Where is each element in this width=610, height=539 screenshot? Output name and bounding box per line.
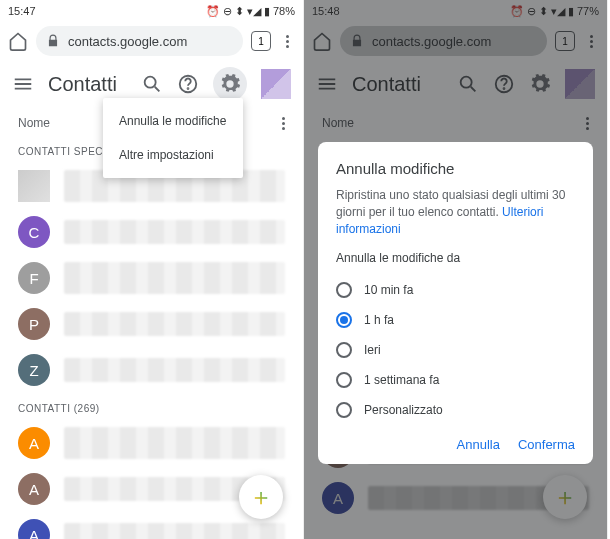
radio-icon xyxy=(336,282,352,298)
avatar-letter: A xyxy=(18,427,50,459)
fab-add-contact[interactable]: ＋ xyxy=(239,475,283,519)
home-icon[interactable] xyxy=(8,31,28,51)
radio-icon xyxy=(336,372,352,388)
contact-row[interactable]: C xyxy=(0,209,303,255)
dialog-subhead: Annulla le modifiche da xyxy=(336,251,575,265)
settings-button[interactable] xyxy=(213,67,247,101)
browser-toolbar: contacts.google.com 1 xyxy=(0,22,303,60)
screenshot-left: 15:47 ⏰⊖⬍▾◢▮ 78% contacts.google.com 1 C… xyxy=(0,0,304,539)
avatar-letter: F xyxy=(18,262,50,294)
avatar-letter: Z xyxy=(18,354,50,386)
avatar-letter: C xyxy=(18,216,50,248)
column-menu-icon[interactable] xyxy=(282,117,285,130)
avatar-photo xyxy=(18,170,50,202)
browser-menu-icon[interactable] xyxy=(279,35,295,48)
search-icon[interactable] xyxy=(141,73,163,95)
dialog-title: Annulla modifiche xyxy=(336,160,575,177)
hamburger-icon[interactable] xyxy=(12,73,34,95)
confirm-button[interactable]: Conferma xyxy=(518,437,575,452)
radio-yesterday[interactable]: Ieri xyxy=(336,335,575,365)
column-name: Nome xyxy=(18,116,50,130)
app-title: Contatti xyxy=(48,73,127,96)
battery-pct: 78% xyxy=(273,5,295,17)
radio-icon xyxy=(336,312,352,328)
radio-10min[interactable]: 10 min fa xyxy=(336,275,575,305)
radio-icon xyxy=(336,342,352,358)
plus-icon: ＋ xyxy=(249,481,273,513)
contact-row[interactable]: P xyxy=(0,301,303,347)
undo-changes-dialog: Annulla modifiche Ripristina uno stato q… xyxy=(318,142,593,464)
avatar-letter: P xyxy=(18,308,50,340)
help-icon[interactable] xyxy=(177,73,199,95)
avatar-letter: A xyxy=(18,519,50,539)
contact-row[interactable]: Z xyxy=(0,347,303,393)
clock: 15:47 xyxy=(8,5,36,17)
contact-name-blurred xyxy=(64,262,285,294)
dialog-description: Ripristina uno stato qualsiasi degli ult… xyxy=(336,187,575,237)
contact-name-blurred xyxy=(64,358,285,382)
url-text: contacts.google.com xyxy=(68,34,187,49)
contact-row[interactable]: F xyxy=(0,255,303,301)
radio-icon xyxy=(336,402,352,418)
avatar-letter: A xyxy=(18,473,50,505)
contact-row[interactable]: A xyxy=(0,420,303,466)
contact-name-blurred xyxy=(64,427,285,459)
section-all-label: CONTATTI (269) xyxy=(0,393,303,420)
radio-custom[interactable]: Personalizzato xyxy=(336,395,575,425)
contact-name-blurred xyxy=(64,523,285,539)
account-avatar[interactable] xyxy=(261,69,291,99)
address-bar[interactable]: contacts.google.com xyxy=(36,26,243,56)
status-icons: ⏰⊖⬍▾◢▮ 78% xyxy=(206,5,295,18)
screenshot-right: 15:48 ⏰⊖⬍▾◢▮ 77% contacts.google.com 1 C… xyxy=(304,0,608,539)
contact-name-blurred xyxy=(64,220,285,244)
status-bar: 15:47 ⏰⊖⬍▾◢▮ 78% xyxy=(0,0,303,22)
radio-1h[interactable]: 1 h fa xyxy=(336,305,575,335)
dialog-actions: Annulla Conferma xyxy=(336,437,575,452)
settings-dropdown-menu: Annulla le modifiche Altre impostazioni xyxy=(103,98,243,178)
gear-icon xyxy=(219,73,241,95)
radio-1week[interactable]: 1 settimana fa xyxy=(336,365,575,395)
lock-icon xyxy=(46,34,60,48)
menu-other-settings[interactable]: Altre impostazioni xyxy=(103,138,243,172)
tab-switcher[interactable]: 1 xyxy=(251,31,271,51)
menu-undo-changes[interactable]: Annulla le modifiche xyxy=(103,104,243,138)
contact-name-blurred xyxy=(64,312,285,336)
cancel-button[interactable]: Annulla xyxy=(457,437,500,452)
svg-point-2 xyxy=(188,88,189,89)
svg-point-0 xyxy=(145,77,156,88)
